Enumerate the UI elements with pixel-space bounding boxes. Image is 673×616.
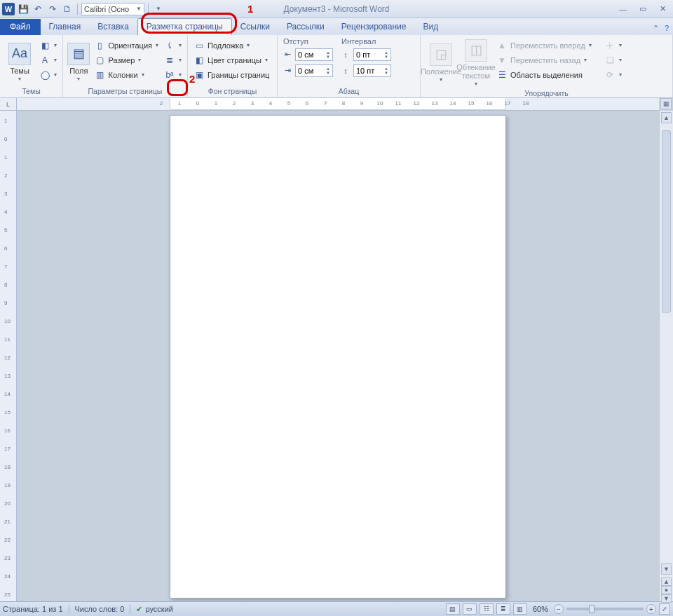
save-icon[interactable]: 💾 bbox=[17, 3, 29, 15]
line-numbers-button[interactable]: ≣▾ bbox=[163, 53, 183, 67]
redo-icon[interactable]: ↷ bbox=[46, 3, 59, 15]
ruler-tick: 19 bbox=[4, 482, 11, 488]
ruler-tick: 4 bbox=[4, 209, 7, 215]
scroll-up-button[interactable]: ▲ bbox=[661, 112, 672, 123]
ribbon-minimize-icon[interactable]: ⌃ bbox=[653, 24, 659, 33]
view-outline[interactable]: ≣ bbox=[496, 603, 510, 615]
ruler-tick: 5 bbox=[4, 227, 7, 233]
zoom-slider-thumb[interactable] bbox=[589, 605, 594, 613]
theme-colors-button[interactable]: ◧▾ bbox=[38, 38, 58, 53]
rotate-icon: ⟳ bbox=[604, 69, 616, 81]
zoom-in-button[interactable]: + bbox=[646, 604, 656, 614]
breaks-button[interactable]: ⤹▾ bbox=[163, 38, 183, 53]
chevron-down-icon: ▾ bbox=[77, 76, 80, 83]
page-color-icon: ◧ bbox=[193, 55, 205, 66]
indent-right-spinner[interactable]: ⇥ 0 см▲▼ bbox=[282, 63, 333, 78]
prev-page-button[interactable]: ▲ bbox=[661, 577, 672, 586]
tab-page-layout[interactable]: Разметка страницы bbox=[137, 18, 232, 35]
theme-effects-button[interactable]: ◯▾ bbox=[38, 67, 58, 82]
send-backward-button: ▼Переместить назад▾ bbox=[495, 53, 600, 67]
selection-pane-button[interactable]: ☰Область выделения bbox=[495, 67, 600, 82]
view-draft[interactable]: ▥ bbox=[513, 603, 527, 615]
group-title-paragraph: Абзац bbox=[282, 85, 416, 97]
spacing-before-spinner[interactable]: ↕ 0 пт▲▼ bbox=[340, 47, 391, 62]
indent-left-spinner[interactable]: ⇤ 0 см▲▼ bbox=[282, 47, 333, 62]
maximize-button[interactable]: ▭ bbox=[635, 4, 651, 15]
status-page[interactable]: Страница: 1 из 1 bbox=[3, 605, 63, 613]
chevron-down-icon: ▾ bbox=[475, 81, 477, 88]
tab-view[interactable]: Вид bbox=[414, 19, 447, 35]
horizontal-ruler[interactable]: 210123456789101112131415161718 bbox=[17, 98, 659, 111]
group-title-themes: Темы bbox=[4, 85, 58, 97]
document-canvas[interactable] bbox=[17, 111, 659, 601]
tab-file[interactable]: Файл bbox=[0, 19, 41, 35]
status-words[interactable]: Число слов: 0 bbox=[75, 605, 125, 613]
tab-home[interactable]: Главная bbox=[41, 19, 90, 35]
group-arrange: ◲ Положение ▾ ◫ Обтекание текстом ▾ ▲Пер… bbox=[421, 35, 673, 97]
ruler-tick: 1 bbox=[215, 100, 217, 107]
close-button[interactable]: ✕ bbox=[655, 4, 670, 15]
spacing-after-spinner[interactable]: ↕ 10 пт▲▼ bbox=[340, 63, 391, 78]
ruler-corner[interactable]: L bbox=[0, 98, 17, 111]
browse-object-button[interactable]: ● bbox=[661, 586, 672, 594]
ruler-toggle-button[interactable]: ▦ bbox=[660, 98, 672, 109]
ruler-tick: 1 bbox=[4, 154, 7, 160]
chevron-down-icon: ▾ bbox=[440, 77, 442, 83]
zoom-level[interactable]: 60% bbox=[533, 605, 548, 613]
page-borders-button[interactable]: ▣Границы страниц bbox=[192, 67, 273, 82]
ruler-tick: 18 bbox=[4, 464, 11, 470]
themes-button[interactable]: Aa Темы ▾ bbox=[4, 36, 35, 85]
zoom-slider[interactable] bbox=[566, 608, 644, 610]
themes-icon: Aa bbox=[8, 43, 31, 65]
columns-button[interactable]: ▥Колонки▾ bbox=[93, 67, 160, 82]
font-combo[interactable]: Calibri (Осно ▼ bbox=[81, 3, 144, 15]
view-web-layout[interactable]: ☷ bbox=[480, 603, 494, 615]
page-color-button[interactable]: ◧Цвет страницы▾ bbox=[192, 53, 273, 67]
minimize-button[interactable]: — bbox=[616, 4, 631, 15]
status-language[interactable]: русский bbox=[145, 605, 172, 613]
page-borders-icon: ▣ bbox=[193, 69, 205, 81]
page[interactable] bbox=[170, 115, 506, 598]
scroll-down-button[interactable]: ▼ bbox=[661, 563, 672, 575]
view-full-screen[interactable]: ▭ bbox=[463, 603, 477, 615]
qat-customize-icon[interactable]: ▼ bbox=[152, 3, 165, 15]
view-print-layout[interactable]: ▤ bbox=[446, 603, 460, 615]
proofing-icon[interactable]: ✔ bbox=[136, 605, 142, 614]
help-icon[interactable]: ? bbox=[665, 24, 669, 33]
ruler-tick: 8 bbox=[4, 282, 7, 288]
chevron-down-icon: ▼ bbox=[136, 6, 142, 12]
breaks-icon: ⤹ bbox=[164, 40, 175, 51]
size-button[interactable]: ▢Размер▾ bbox=[93, 53, 160, 67]
bring-forward-button: ▲Переместить вперед▾ bbox=[495, 38, 600, 53]
ruler-tick: 6 bbox=[306, 100, 308, 107]
ruler-tick: 18 bbox=[523, 100, 529, 107]
ruler-tick: 12 bbox=[4, 355, 11, 361]
vertical-ruler[interactable]: 2101234567891011121314151617181920212223… bbox=[0, 111, 17, 601]
tab-insert[interactable]: Вставка bbox=[89, 19, 137, 35]
group-title-page-bg: Фон страницы bbox=[192, 85, 273, 97]
zoom-fit-button[interactable]: ⤢ bbox=[659, 603, 670, 615]
ruler-tick: 10 bbox=[4, 318, 11, 324]
ruler-tick: 2 bbox=[4, 172, 7, 179]
ruler-tick: 3 bbox=[4, 191, 7, 197]
ruler-tick: 2 bbox=[233, 100, 236, 107]
margins-button[interactable]: ▤ Поля ▾ bbox=[67, 36, 90, 85]
group-page-setup: ▤ Поля ▾ ▯Ориентация▾ ▢Размер▾ ▥Колонки▾… bbox=[63, 35, 188, 97]
document-area: L 210123456789101112131415161718 ▦ 21012… bbox=[0, 98, 673, 601]
ruler-tick: 24 bbox=[4, 573, 11, 580]
next-page-button[interactable]: ▼ bbox=[661, 594, 672, 603]
tab-review[interactable]: Рецензирование bbox=[333, 19, 415, 35]
tab-mailings[interactable]: Рассылки bbox=[278, 19, 333, 35]
theme-fonts-button[interactable]: A▾ bbox=[38, 53, 58, 67]
size-icon: ▢ bbox=[95, 55, 106, 66]
tab-references[interactable]: Ссылки bbox=[232, 19, 278, 35]
scroll-thumb[interactable] bbox=[662, 130, 671, 313]
orientation-button[interactable]: ▯Ориентация▾ bbox=[93, 38, 160, 53]
undo-icon[interactable]: ↶ bbox=[32, 3, 44, 15]
vertical-scrollbar[interactable]: ▲ ▼ ▲ ● ▼ bbox=[659, 111, 673, 601]
watermark-button[interactable]: ▭Подложка▾ bbox=[192, 38, 273, 53]
zoom-out-button[interactable]: − bbox=[554, 604, 564, 614]
new-doc-icon[interactable]: 🗋 bbox=[61, 3, 74, 15]
hyphenation-button[interactable]: bª▾ bbox=[163, 67, 183, 82]
spacing-after-icon: ↕ bbox=[340, 65, 351, 76]
